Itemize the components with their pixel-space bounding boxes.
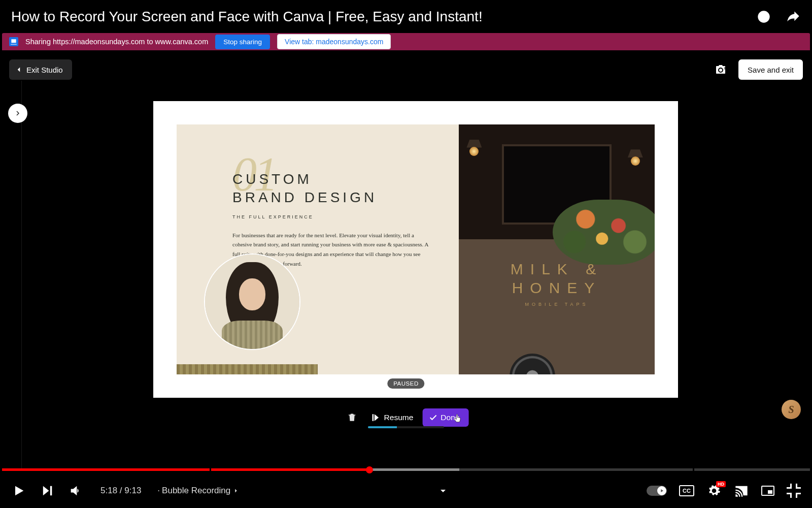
collapse-chapters-icon[interactable] bbox=[437, 485, 449, 497]
chapter-marker bbox=[693, 468, 694, 471]
image-wheel bbox=[510, 354, 555, 374]
check-icon bbox=[428, 413, 437, 422]
brand-line1: MILK & bbox=[511, 260, 603, 279]
image-flowers bbox=[553, 200, 655, 265]
youtube-control-bar: 5:18 / 9:13 · Bubble Recording CC HD bbox=[0, 473, 812, 508]
recording-canvas: 01 CUSTOM BRAND DESIGN THE FULL EXPERIEN… bbox=[153, 101, 678, 398]
divider-line bbox=[21, 81, 22, 471]
slide-heading: CUSTOM BRAND DESIGN bbox=[232, 170, 428, 207]
settings-button[interactable]: HD bbox=[706, 483, 722, 498]
chevron-left-icon bbox=[14, 65, 23, 74]
recording-progress-fill bbox=[368, 426, 397, 428]
trash-icon bbox=[347, 412, 357, 423]
play-button[interactable] bbox=[11, 483, 26, 498]
done-recording-button[interactable]: Done bbox=[422, 408, 468, 427]
controls-center bbox=[240, 485, 647, 497]
miniplayer-button[interactable] bbox=[761, 486, 774, 496]
chapter-marker bbox=[210, 468, 211, 471]
chevron-right-icon bbox=[232, 487, 240, 494]
brand-logo-text: MILK & HONEY MOBILE TAPS bbox=[511, 260, 603, 307]
save-and-exit-button[interactable]: Save and exit bbox=[738, 59, 803, 80]
studio-top-bar: Exit Studio Save and exit bbox=[9, 59, 803, 80]
camera-settings-icon[interactable] bbox=[712, 61, 729, 78]
video-title: How to Record Your Screen and Face with … bbox=[11, 9, 756, 25]
paused-badge: PAUSED bbox=[387, 378, 424, 389]
stop-sharing-button[interactable]: Stop sharing bbox=[215, 35, 270, 49]
chapter-button[interactable]: · Bubble Recording bbox=[157, 486, 240, 496]
delete-recording-button[interactable] bbox=[344, 409, 361, 426]
slide-right-image: MILK & HONEY MOBILE TAPS bbox=[459, 124, 655, 374]
autoplay-knob bbox=[657, 486, 666, 495]
progress-played bbox=[2, 468, 369, 471]
webcam-bubble[interactable] bbox=[204, 253, 300, 350]
progress-scrubber[interactable] bbox=[366, 466, 373, 473]
cast-button[interactable] bbox=[734, 483, 749, 498]
play-icon bbox=[370, 412, 380, 423]
time-display: 5:18 / 9:13 bbox=[100, 486, 141, 496]
channel-avatar[interactable]: S bbox=[782, 400, 801, 419]
image-lamp bbox=[628, 149, 643, 167]
youtube-progress-bar[interactable] bbox=[2, 468, 810, 471]
share-icon[interactable] bbox=[786, 9, 801, 24]
studio-top-right: Save and exit bbox=[712, 59, 803, 80]
resume-label: Resume bbox=[384, 413, 414, 422]
expand-panel-button[interactable] bbox=[8, 104, 27, 123]
autoplay-toggle[interactable] bbox=[647, 486, 667, 496]
canva-studio: Exit Studio Save and exit 01 bbox=[2, 50, 810, 471]
chevron-right-icon bbox=[14, 109, 22, 117]
controls-right: CC HD bbox=[647, 483, 801, 498]
volume-button[interactable] bbox=[68, 483, 83, 498]
hd-badge: HD bbox=[716, 481, 726, 487]
slide-heading-line2: BRAND DESIGN bbox=[232, 189, 377, 205]
slide-decorative-strip bbox=[177, 364, 318, 374]
time-current: 5:18 bbox=[100, 486, 117, 495]
exit-fullscreen-button[interactable] bbox=[787, 484, 801, 498]
screen-share-icon bbox=[9, 37, 18, 46]
brand-sub: MOBILE TAPS bbox=[511, 302, 603, 307]
youtube-title-bar: How to Record Your Screen and Face with … bbox=[0, 0, 812, 33]
video-area: Sharing https://madeonsundays.com to www… bbox=[2, 33, 810, 471]
screen-share-banner: Sharing https://madeonsundays.com to www… bbox=[2, 33, 810, 50]
watch-later-icon[interactable] bbox=[756, 9, 771, 24]
slide-heading-line1: CUSTOM bbox=[232, 171, 312, 187]
resume-recording-button[interactable]: Resume bbox=[370, 412, 414, 423]
cursor-pointer-icon bbox=[453, 414, 462, 423]
view-tab-button[interactable]: View tab: madeonsundays.com bbox=[277, 34, 391, 49]
slide-subheading: THE FULL EXPERIENCE bbox=[232, 214, 428, 219]
share-status-text: Sharing https://madeonsundays.com to www… bbox=[25, 38, 208, 46]
video-content: Sharing https://madeonsundays.com to www… bbox=[2, 33, 810, 471]
recording-progress bbox=[368, 426, 444, 428]
captions-button[interactable]: CC bbox=[679, 485, 694, 496]
brand-line2: HONEY bbox=[511, 278, 603, 298]
exit-studio-label: Exit Studio bbox=[26, 66, 63, 74]
exit-studio-button[interactable]: Exit Studio bbox=[9, 59, 72, 80]
controls-left: 5:18 / 9:13 · Bubble Recording bbox=[11, 483, 240, 498]
next-button[interactable] bbox=[40, 483, 55, 498]
image-lamp bbox=[466, 140, 482, 157]
chapter-sep: · bbox=[157, 486, 160, 496]
time-total: 9:13 bbox=[124, 486, 141, 495]
title-actions bbox=[756, 9, 801, 24]
chapter-name: Bubble Recording bbox=[162, 486, 230, 496]
